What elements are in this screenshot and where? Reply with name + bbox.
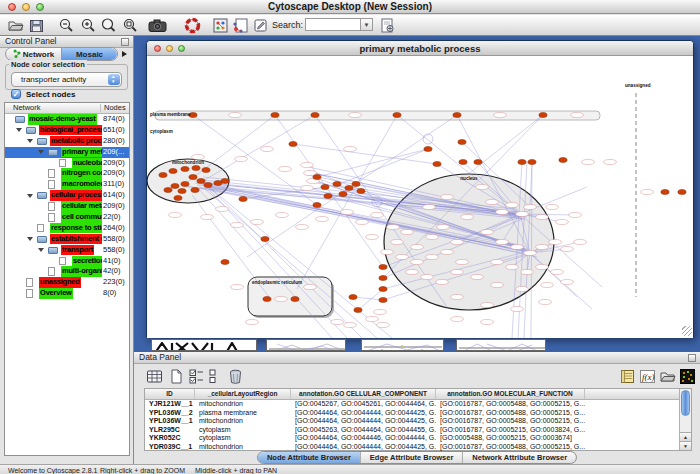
disclosure-triangle-icon[interactable] <box>38 248 44 252</box>
tree-col-nodes[interactable]: Nodes <box>104 103 126 113</box>
float-panel-icon[interactable] <box>121 38 129 46</box>
tree-row[interactable]: biological_process651(0) <box>5 125 129 136</box>
tree-row[interactable]: transport558(0) <box>5 245 129 256</box>
browser-tab[interactable]: Edge Attribute Browser <box>360 452 462 463</box>
tree-row[interactable]: cellular process614(0) <box>5 190 129 201</box>
folder-icon <box>15 116 25 123</box>
node-count: 223(0) <box>103 277 125 288</box>
disclosure-triangle-icon[interactable] <box>27 194 33 198</box>
help-icon[interactable] <box>184 17 201 34</box>
network-window-titlebar[interactable]: primary metabolic process <box>147 41 693 56</box>
net-close-button[interactable] <box>154 45 161 52</box>
scrollbar-thumb[interactable] <box>681 390 690 416</box>
close-button[interactable] <box>8 3 16 11</box>
table-row[interactable]: YPL036W__1mitochondrion[GO:0044464, GO:0… <box>145 417 691 426</box>
unselect-all-attributes-icon[interactable] <box>207 368 224 385</box>
tree-col-network[interactable]: Network <box>13 103 41 113</box>
zoom-button[interactable] <box>36 3 44 11</box>
table-row[interactable]: YJR121W__1mitochondrion[GO:0045267, GO:0… <box>145 400 691 409</box>
node-label <box>201 214 214 219</box>
net-minimize-button[interactable] <box>166 45 173 52</box>
network-canvas[interactable]: plasma membranecytoplasmmitochondrionnuc… <box>147 57 693 338</box>
column-header[interactable]: annotation.GO MOLECULAR_FUNCTION <box>436 389 585 399</box>
table-cell: [GO:0044464, GO:0044444, GO:0044425, G..… <box>291 417 436 426</box>
resize-grip[interactable] <box>682 326 692 336</box>
zoom-fit-icon[interactable] <box>100 17 117 34</box>
snapshot-icon[interactable] <box>148 17 165 34</box>
node-label <box>423 204 436 209</box>
tree-label: biological_process <box>39 125 102 136</box>
attribute-editor-icon[interactable] <box>619 368 636 385</box>
network-node <box>352 182 360 187</box>
zoom-selected-icon[interactable] <box>122 17 139 34</box>
new-attribute-icon[interactable] <box>168 368 185 385</box>
column-header[interactable]: annotation.GO CELLULAR_COMPONENT <box>291 389 436 399</box>
tree-row[interactable]: cellular metabo209(0) <box>5 201 129 212</box>
tab-network[interactable]: Network <box>6 48 61 60</box>
node-label <box>461 214 474 219</box>
tree-label: transport <box>61 245 94 256</box>
network-import-icon[interactable] <box>232 17 249 34</box>
disclosure-triangle-icon[interactable] <box>27 237 33 241</box>
net-zoom-button[interactable] <box>178 45 185 52</box>
annotation-icon[interactable] <box>252 17 269 34</box>
vizmapper-icon[interactable] <box>212 17 229 34</box>
tree-row[interactable]: secretion41(0) <box>5 256 129 267</box>
tree-row[interactable]: nitrogen compo209(0) <box>5 168 129 179</box>
select-all-attributes-icon[interactable] <box>188 368 205 385</box>
table-row[interactable]: YPL036W__2plasma membrane[GO:0044464, GO… <box>145 409 691 418</box>
open-session-icon[interactable] <box>7 17 24 34</box>
tab-overflow-icon[interactable] <box>122 51 127 57</box>
node-count: 651(0) <box>103 125 125 136</box>
tree-row[interactable]: cell communicat22(0) <box>5 212 129 223</box>
tree-row[interactable]: metabolic process280(0) <box>5 136 129 147</box>
background-window-2[interactable] <box>266 339 346 351</box>
search-dropdown-icon[interactable]: ▼ <box>361 18 373 31</box>
window-titlebar[interactable]: Cytoscape Desktop (New Session) <box>0 0 700 14</box>
delete-attribute-icon[interactable] <box>227 368 244 385</box>
browser-tab[interactable]: Node Attribute Browser <box>258 452 360 463</box>
search-input[interactable] <box>305 18 361 31</box>
column-header[interactable]: ID <box>145 389 195 399</box>
tree-row[interactable]: multi-organism pro42(0) <box>5 266 129 277</box>
tree-row[interactable]: unassigned223(0) <box>5 277 129 288</box>
table-row[interactable]: YLR295Ccytoplasm[GO:0045263, GO:0044464,… <box>145 426 691 435</box>
data-float-panel-icon[interactable] <box>688 354 696 362</box>
node-count: 209(0) <box>103 168 125 179</box>
table-row[interactable]: YKR052Ccytoplasm[GO:0044464, GO:0044446,… <box>145 434 691 443</box>
tab-mosaic[interactable]: Mosaic <box>61 48 117 60</box>
select-nodes-checkbox[interactable]: ✓ <box>11 89 21 99</box>
background-window-4[interactable] <box>456 339 546 351</box>
tree-row[interactable]: Overview8(0) <box>5 288 129 299</box>
column-header[interactable]: _cellularLayoutRegion <box>195 389 291 399</box>
tree-row[interactable]: primary metabo209(... <box>5 147 129 158</box>
tree-row[interactable]: macromolecule311(0) <box>5 179 129 190</box>
minimize-button[interactable] <box>22 3 30 11</box>
disclosure-triangle-icon[interactable] <box>38 150 44 154</box>
scroll-up-icon[interactable]: ▲ <box>680 432 691 441</box>
node-label <box>516 211 529 216</box>
tree-row[interactable]: nucleobase-209(0) <box>5 158 129 169</box>
search-config-icon[interactable] <box>379 17 396 34</box>
tree-label: Overview <box>39 288 73 299</box>
zoom-in-icon[interactable] <box>80 17 97 34</box>
import-attributes-icon[interactable] <box>659 368 676 385</box>
table-scrollbar[interactable]: ▲ ▼ <box>679 389 691 450</box>
zoom-out-icon[interactable] <box>58 17 75 34</box>
tree-row[interactable]: mosaic-demo-yeast874(0) <box>5 114 129 125</box>
scroll-down-icon[interactable]: ▼ <box>680 441 691 450</box>
node-color-combobox[interactable]: transporter activity ▲▼ <box>11 72 122 87</box>
browser-tab[interactable]: Network Attribute Browser <box>462 452 576 463</box>
function-builder-icon[interactable]: f(x) <box>639 368 656 385</box>
background-window-3[interactable] <box>361 339 444 351</box>
disclosure-triangle-icon[interactable] <box>27 139 33 143</box>
matrix-view-icon[interactable] <box>679 368 696 385</box>
network-view-window[interactable]: primary metabolic process plasma membran… <box>146 40 694 338</box>
node-label <box>582 159 595 164</box>
tree-row[interactable]: response to stimulu264(0) <box>5 223 129 234</box>
background-window-1[interactable] <box>151 339 257 351</box>
attribute-select-icon[interactable] <box>146 368 163 385</box>
save-session-icon[interactable] <box>28 17 45 34</box>
tree-row[interactable]: establishment of lo558(0) <box>5 234 129 245</box>
disclosure-triangle-icon[interactable] <box>16 128 22 132</box>
